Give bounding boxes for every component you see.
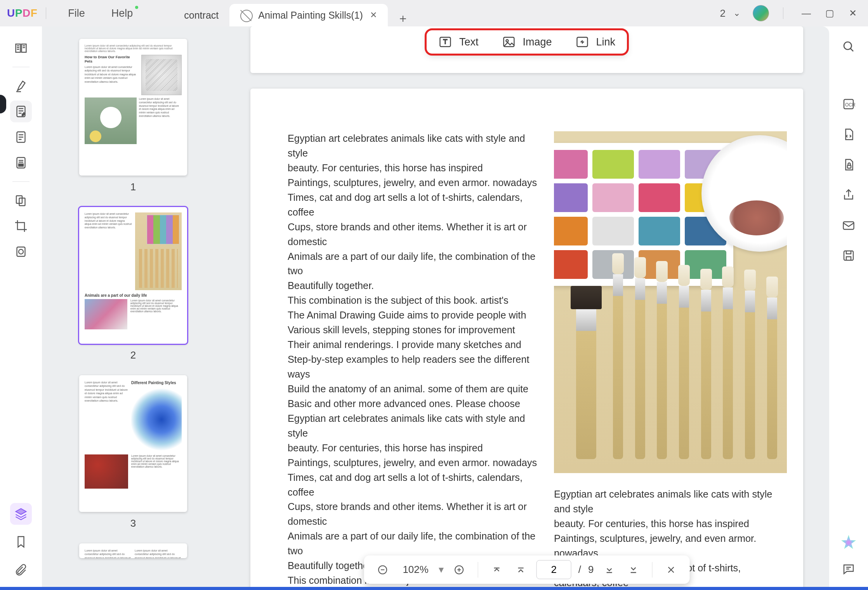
paint-supplies-image[interactable] [554, 131, 787, 473]
ai-assistant-button[interactable] [841, 535, 856, 550]
page-separator: / [578, 564, 581, 576]
close-navbar-button[interactable] [662, 561, 679, 578]
left-rail [0, 26, 42, 590]
comments-button[interactable] [839, 560, 858, 578]
menu-help[interactable]: Help [98, 7, 146, 19]
form-tool-button[interactable] [10, 126, 32, 148]
collage-photo [85, 299, 127, 329]
bookmarks-panel-button[interactable] [10, 531, 32, 553]
close-tab-icon[interactable]: ✕ [370, 10, 377, 20]
paint-photo [135, 212, 182, 290]
app-logo: UPDF [7, 7, 37, 19]
workspace: Lorem ipsum dolor sit amet consectetur a… [0, 26, 868, 590]
svg-rect-3 [19, 164, 23, 166]
window-controls: 2 ⌄ ― ▢ ✕ [720, 4, 862, 22]
save-button[interactable] [839, 246, 858, 265]
user-avatar[interactable] [753, 5, 769, 21]
zoom-in-button[interactable] [451, 561, 468, 578]
thumbnail-number: 2 [130, 349, 136, 361]
page-thumbnail-4[interactable]: Lorem ipsum dolor sit amet consectetur a… [79, 543, 187, 558]
first-page-button[interactable] [488, 561, 505, 578]
last-page-button[interactable] [625, 561, 642, 578]
paint-cups-image [85, 454, 128, 489]
edit-toolbar: Text Image Link [427, 30, 627, 54]
svg-point-7 [19, 249, 23, 254]
svg-rect-18 [844, 222, 854, 230]
taskbar-edge [0, 587, 868, 590]
search-button[interactable] [839, 37, 858, 56]
right-rail: OCR [829, 26, 868, 590]
highlight-tool-button[interactable] [10, 75, 32, 97]
new-tab-button[interactable]: ＋ [397, 10, 409, 26]
minimize-button[interactable]: ― [797, 4, 815, 22]
reader-mode-button[interactable] [10, 37, 32, 59]
notification-dot [135, 6, 138, 9]
separator [46, 7, 46, 19]
crop-tool-button[interactable] [10, 215, 32, 237]
protect-button[interactable] [839, 155, 858, 174]
edit-tool-button[interactable] [10, 101, 32, 122]
svg-text:OCR: OCR [845, 102, 856, 108]
brushes [566, 280, 783, 459]
tabs-container: contract Animal Painting Skills(1) ✕ ＋ [173, 0, 408, 26]
zoom-out-button[interactable] [374, 561, 391, 578]
add-text-button[interactable]: Text [438, 35, 479, 49]
chevron-down-icon[interactable]: ⌄ [733, 8, 740, 18]
ocr-button[interactable]: OCR [839, 95, 858, 113]
svg-point-10 [506, 40, 508, 42]
page-2-sheet[interactable]: Egyptian art celebrates animals like cat… [250, 89, 803, 590]
zoom-value[interactable]: 102% [398, 564, 433, 576]
zoom-dropdown-icon[interactable]: ▾ [439, 564, 444, 576]
navigation-bar: 102% ▾ / 9 [364, 555, 690, 584]
thumbnail-number: 1 [130, 181, 136, 193]
workspace-count[interactable]: 2 [720, 7, 726, 19]
svg-rect-17 [847, 165, 851, 169]
prev-page-button[interactable] [512, 561, 529, 578]
menu-file[interactable]: File [55, 7, 98, 19]
email-button[interactable] [839, 216, 858, 235]
svg-rect-6 [17, 247, 25, 256]
maximize-button[interactable]: ▢ [821, 4, 838, 22]
thumbnail-number: 3 [130, 517, 136, 529]
next-page-button[interactable] [601, 561, 618, 578]
readonly-icon [240, 10, 251, 21]
redact-tool-button[interactable] [10, 152, 32, 174]
page-number-input[interactable] [536, 560, 571, 579]
page-body-text[interactable]: Egyptian art celebrates animals like cat… [288, 131, 540, 590]
watermark-tool-button[interactable] [10, 241, 32, 263]
watercolor-splash-image [131, 387, 182, 452]
page-total: 9 [588, 564, 594, 576]
page-thumbnail-3[interactable]: Lorem ipsum dolor sit amet consectetur a… [79, 375, 187, 512]
close-window-button[interactable]: ✕ [844, 4, 862, 22]
tab-contract[interactable]: contract [173, 4, 229, 26]
page-thumbnail-2[interactable]: Lorem ipsum dolor sit amet consectetur a… [79, 207, 187, 344]
svg-rect-19 [844, 251, 853, 260]
layers-panel-button[interactable] [10, 503, 32, 525]
separator [783, 7, 783, 19]
add-link-button[interactable]: Link [575, 35, 616, 49]
convert-button[interactable] [839, 125, 858, 144]
tab-animal-painting[interactable]: Animal Painting Skills(1) ✕ [229, 4, 388, 26]
thumbnails-panel: Lorem ipsum dolor sit amet consectetur a… [42, 26, 224, 590]
pet-photo [85, 97, 137, 144]
share-button[interactable] [839, 186, 858, 204]
dog-sketch-image [141, 55, 182, 95]
add-image-button[interactable]: Image [502, 35, 552, 49]
organize-pages-button[interactable] [10, 190, 32, 211]
titlebar: UPDF File Help contract Animal Painting … [0, 0, 868, 26]
document-area[interactable]: Egyptian art celebrates animals like cat… [224, 26, 829, 590]
page-thumbnail-1[interactable]: Lorem ipsum dolor sit amet consectetur a… [79, 39, 187, 176]
attachments-panel-button[interactable] [10, 559, 32, 581]
